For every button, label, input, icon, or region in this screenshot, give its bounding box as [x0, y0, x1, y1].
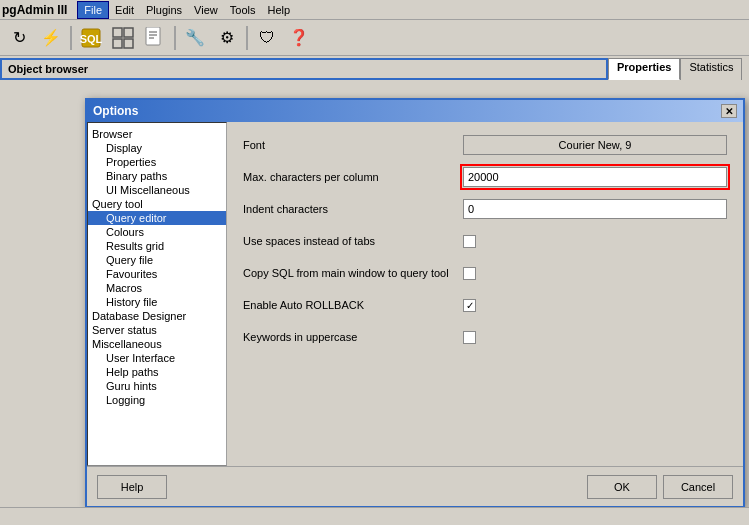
toolbar-separator-1: [70, 26, 72, 50]
right-tabs: Properties Statistics: [608, 58, 749, 80]
tree-item-browser[interactable]: Browser: [88, 127, 226, 141]
tree-item-logging[interactable]: Logging: [88, 393, 226, 407]
tree-panel: Browser Display Properties Binary paths …: [87, 122, 227, 466]
menubar: pgAdmin III File Edit Plugins View Tools…: [0, 0, 749, 20]
tab-properties[interactable]: Properties: [608, 58, 680, 80]
toolbar: ↻ ⚡ SQL 🔧 ⚙ 🛡 ❓: [0, 20, 749, 56]
auto-rollback-row: Enable Auto ROLLBACK ✓: [243, 294, 727, 316]
use-spaces-row: Use spaces instead of tabs: [243, 230, 727, 252]
svg-rect-6: [146, 27, 160, 45]
dialog-body: Browser Display Properties Binary paths …: [87, 122, 743, 466]
copy-sql-checkbox[interactable]: [463, 267, 476, 280]
tree-item-query-editor[interactable]: Query editor: [88, 211, 226, 225]
toolbar-btn-connect[interactable]: ⚡: [36, 24, 66, 52]
auto-rollback-checkbox[interactable]: ✓: [463, 299, 476, 312]
toolbar-separator-2: [174, 26, 176, 50]
tree-item-db-designer[interactable]: Database Designer: [88, 309, 226, 323]
use-spaces-label: Use spaces instead of tabs: [243, 235, 463, 247]
ok-cancel-group: OK Cancel: [587, 475, 733, 499]
ok-button[interactable]: OK: [587, 475, 657, 499]
svg-rect-5: [124, 39, 133, 48]
toolbar-btn-wrench[interactable]: 🔧: [180, 24, 210, 52]
toolbar-btn-report[interactable]: [140, 24, 170, 52]
menu-file[interactable]: File: [77, 1, 109, 19]
tree-item-history-file[interactable]: History file: [88, 295, 226, 309]
tree-item-ui-misc[interactable]: UI Miscellaneous: [88, 183, 226, 197]
toolbar-separator-3: [246, 26, 248, 50]
font-row: Font: [243, 134, 727, 156]
svg-rect-3: [124, 28, 133, 37]
toolbar-btn-refresh[interactable]: ↻: [4, 24, 34, 52]
tree-item-server-status[interactable]: Server status: [88, 323, 226, 337]
tree-item-favourites[interactable]: Favourites: [88, 267, 226, 281]
dialog-close-button[interactable]: ✕: [721, 104, 737, 118]
taskbar-area: [0, 507, 749, 525]
tree-item-colours[interactable]: Colours: [88, 225, 226, 239]
max-chars-row: Max. characters per column: [243, 166, 727, 188]
tree-item-help-paths[interactable]: Help paths: [88, 365, 226, 379]
tree-item-properties[interactable]: Properties: [88, 155, 226, 169]
svg-rect-4: [113, 39, 122, 48]
indent-chars-row: Indent characters: [243, 198, 727, 220]
tree-item-user-interface[interactable]: User Interface: [88, 351, 226, 365]
tree-item-query-tool[interactable]: Query tool: [88, 197, 226, 211]
menu-help[interactable]: Help: [261, 2, 296, 18]
keywords-uppercase-label: Keywords in uppercase: [243, 331, 463, 343]
cancel-button[interactable]: Cancel: [663, 475, 733, 499]
help-button[interactable]: Help: [97, 475, 167, 499]
svg-rect-2: [113, 28, 122, 37]
object-browser-label: Object browser: [8, 63, 88, 75]
toolbar-btn-grid[interactable]: [108, 24, 138, 52]
dialog-bottom: Help OK Cancel: [87, 466, 743, 506]
tree-item-binary-paths[interactable]: Binary paths: [88, 169, 226, 183]
spaces-tabs-checkbox[interactable]: [463, 235, 476, 248]
app-title: pgAdmin III: [2, 3, 67, 17]
tree-item-display[interactable]: Display: [88, 141, 226, 155]
tree-item-miscellaneous[interactable]: Miscellaneous: [88, 337, 226, 351]
max-chars-label: Max. characters per column: [243, 171, 463, 183]
menu-edit[interactable]: Edit: [109, 2, 140, 18]
tree-item-query-file[interactable]: Query file: [88, 253, 226, 267]
options-dialog: Options ✕ Browser Display Properties Bin…: [85, 98, 745, 508]
tree-item-guru-hints[interactable]: Guru hints: [88, 379, 226, 393]
toolbar-btn-query[interactable]: SQL: [76, 24, 106, 52]
max-chars-field[interactable]: [463, 167, 727, 187]
menu-tools[interactable]: Tools: [224, 2, 262, 18]
copy-sql-label: Copy SQL from main window to query tool: [243, 267, 463, 279]
keywords-uppercase-checkbox[interactable]: [463, 331, 476, 344]
menu-plugins[interactable]: Plugins: [140, 2, 188, 18]
options-titlebar: Options ✕: [87, 100, 743, 122]
indent-field[interactable]: [463, 199, 727, 219]
toolbar-btn-gear[interactable]: ⚙: [212, 24, 242, 52]
object-browser-panel: Object browser: [0, 58, 608, 80]
tree-item-macros[interactable]: Macros: [88, 281, 226, 295]
auto-rollback-label: Enable Auto ROLLBACK: [243, 299, 463, 311]
toolbar-btn-help[interactable]: ❓: [284, 24, 314, 52]
tab-statistics[interactable]: Statistics: [680, 58, 742, 80]
font-field[interactable]: [463, 135, 727, 155]
indent-chars-label: Indent characters: [243, 203, 463, 215]
font-label: Font: [243, 139, 463, 151]
toolbar-btn-shield[interactable]: 🛡: [252, 24, 282, 52]
tree-item-results-grid[interactable]: Results grid: [88, 239, 226, 253]
content-panel: Font Max. characters per column Indent c…: [227, 122, 743, 466]
keywords-uppercase-row: Keywords in uppercase: [243, 326, 727, 348]
copy-sql-row: Copy SQL from main window to query tool: [243, 262, 727, 284]
menu-view[interactable]: View: [188, 2, 224, 18]
svg-text:SQL: SQL: [80, 33, 102, 45]
options-title: Options: [93, 104, 138, 118]
